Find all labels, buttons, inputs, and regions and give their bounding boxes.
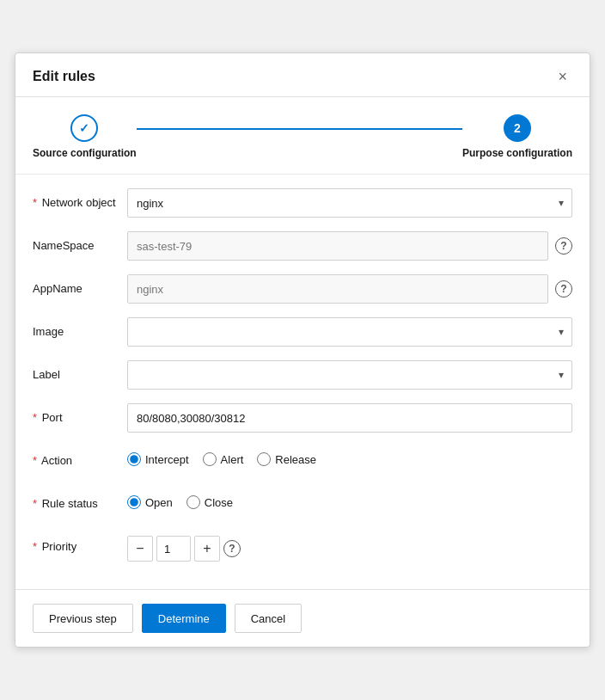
stepper: ✓ Source configuration 2 Purpose configu… bbox=[15, 97, 590, 175]
priority-help-icon[interactable]: ? bbox=[223, 540, 241, 557]
action-intercept-radio[interactable] bbox=[127, 452, 141, 466]
required-star-action: * bbox=[33, 454, 37, 467]
step-2-circle: 2 bbox=[504, 114, 531, 142]
rule-status-radio-group: Open Close bbox=[127, 489, 233, 509]
checkmark-icon: ✓ bbox=[79, 121, 89, 135]
required-star-status: * bbox=[33, 497, 37, 510]
action-intercept[interactable]: Intercept bbox=[127, 452, 189, 466]
required-star-priority: * bbox=[33, 540, 37, 553]
action-release-label: Release bbox=[275, 453, 316, 466]
priority-row: * Priority − + ? bbox=[33, 532, 572, 563]
status-open-radio[interactable] bbox=[127, 495, 141, 509]
priority-label: * Priority bbox=[33, 532, 127, 555]
action-label: * Action bbox=[33, 446, 127, 469]
action-release[interactable]: Release bbox=[257, 452, 316, 466]
close-button[interactable]: × bbox=[553, 67, 572, 86]
network-object-row: * Network object nginx ▾ bbox=[33, 188, 572, 219]
appname-row: AppName ? bbox=[33, 274, 572, 305]
priority-control: − + ? bbox=[127, 532, 572, 562]
namespace-row: NameSpace ? bbox=[33, 231, 572, 262]
step-connector bbox=[137, 128, 462, 130]
priority-input[interactable] bbox=[156, 536, 191, 562]
cancel-button[interactable]: Cancel bbox=[235, 604, 302, 633]
action-release-radio[interactable] bbox=[257, 452, 271, 466]
image-row: Image ▾ bbox=[33, 317, 572, 348]
rule-status-label: * Rule status bbox=[33, 489, 127, 512]
modal-footer: Previous step Determine Cancel bbox=[15, 589, 590, 647]
network-object-select-wrap: nginx ▾ bbox=[127, 188, 572, 218]
action-control: Intercept Alert Release bbox=[127, 446, 572, 466]
image-select[interactable] bbox=[127, 317, 572, 347]
action-alert[interactable]: Alert bbox=[203, 452, 244, 466]
appname-control: ? bbox=[127, 274, 572, 304]
determine-button[interactable]: Determine bbox=[142, 604, 226, 633]
label-select[interactable] bbox=[127, 360, 572, 390]
modal-title: Edit rules bbox=[33, 69, 95, 84]
namespace-label: NameSpace bbox=[33, 231, 127, 254]
label-row: Label ▾ bbox=[33, 360, 572, 391]
status-close[interactable]: Close bbox=[186, 495, 233, 509]
port-row: * Port bbox=[33, 403, 572, 434]
appname-label: AppName bbox=[33, 274, 127, 297]
status-close-label: Close bbox=[205, 496, 233, 509]
status-open-label: Open bbox=[145, 496, 173, 509]
priority-increment-button[interactable]: + bbox=[194, 536, 220, 562]
step-2: 2 Purpose configuration bbox=[462, 114, 572, 161]
action-alert-radio[interactable] bbox=[203, 452, 217, 466]
network-object-select[interactable]: nginx bbox=[127, 188, 572, 218]
status-close-radio[interactable] bbox=[186, 495, 200, 509]
image-select-wrap: ▾ bbox=[127, 317, 572, 347]
required-star: * bbox=[33, 196, 37, 209]
modal-header: Edit rules × bbox=[15, 53, 590, 97]
step-1-label: Source configuration bbox=[33, 147, 137, 161]
modal-overlay: Edit rules × ✓ Source configuration 2 Pu… bbox=[0, 0, 605, 700]
namespace-input[interactable] bbox=[127, 231, 548, 261]
priority-decrement-button[interactable]: − bbox=[127, 536, 153, 562]
label-select-wrap: ▾ bbox=[127, 360, 572, 390]
step-1: ✓ Source configuration bbox=[33, 114, 137, 161]
label-field-label: Label bbox=[33, 360, 127, 383]
port-label: * Port bbox=[33, 403, 127, 426]
label-control: ▾ bbox=[127, 360, 572, 390]
step-2-label: Purpose configuration bbox=[462, 147, 572, 161]
namespace-help-icon[interactable]: ? bbox=[555, 237, 572, 255]
image-label: Image bbox=[33, 317, 127, 340]
action-alert-label: Alert bbox=[221, 453, 244, 466]
namespace-control: ? bbox=[127, 231, 572, 261]
image-control: ▾ bbox=[127, 317, 572, 347]
appname-input[interactable] bbox=[127, 274, 548, 304]
action-intercept-label: Intercept bbox=[145, 453, 189, 466]
port-control bbox=[127, 403, 572, 433]
appname-help-icon[interactable]: ? bbox=[555, 280, 572, 298]
priority-stepper: − + ? bbox=[127, 532, 241, 562]
previous-step-button[interactable]: Previous step bbox=[33, 604, 133, 633]
required-star-port: * bbox=[33, 411, 37, 424]
rule-status-control: Open Close bbox=[127, 489, 572, 509]
status-open[interactable]: Open bbox=[127, 495, 173, 509]
network-object-label: * Network object bbox=[33, 188, 127, 211]
network-object-control: nginx ▾ bbox=[127, 188, 572, 218]
port-input[interactable] bbox=[127, 403, 572, 433]
rule-status-row: * Rule status Open Close bbox=[33, 489, 572, 520]
action-row: * Action Intercept Alert bbox=[33, 446, 572, 477]
edit-rules-modal: Edit rules × ✓ Source configuration 2 Pu… bbox=[15, 52, 590, 648]
step-1-circle: ✓ bbox=[70, 114, 98, 142]
action-radio-group: Intercept Alert Release bbox=[127, 446, 316, 466]
form-body: * Network object nginx ▾ NameSpace bbox=[15, 175, 590, 589]
